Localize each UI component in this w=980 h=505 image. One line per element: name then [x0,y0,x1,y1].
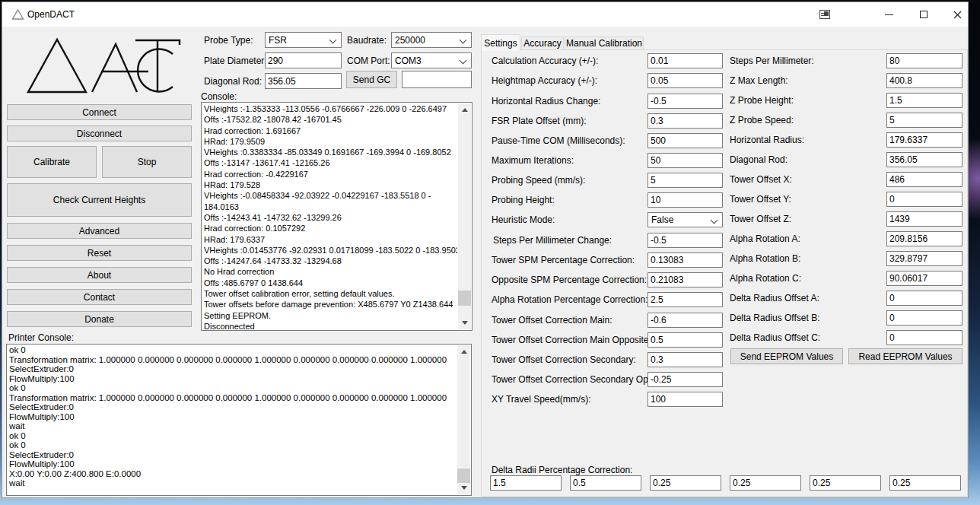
fsr-plate-offset-input[interactable] [648,113,723,129]
delta-radius-offset-c-input[interactable] [886,330,963,345]
steps-per-mm-change-input[interactable] [648,233,723,248]
delta-radii-input-5[interactable] [810,475,881,491]
steps-per-mm-change-label: Steps Per Millimeter Change: [493,235,612,246]
probe-type-label: Probe Type: [204,35,253,46]
xy-travel-speed-input[interactable] [648,392,723,407]
heightmap-accuracy-label: Heightmap Accuracy (+/-): [492,75,597,86]
opposite-spm-correction-input[interactable] [648,272,723,287]
opposite-spm-correction-label: Opposite SPM Percentage Correction: [492,275,647,285]
maximum-iterations-input[interactable] [648,153,723,168]
heuristic-mode-label: Heuristic Mode: [492,214,555,225]
horizontal-radius-input[interactable] [886,132,963,148]
alpha-rotation-correction-input[interactable] [648,292,723,307]
horizontal-radius-change-input[interactable] [648,94,723,109]
contact-button[interactable]: Contact [7,289,192,305]
baudrate-combo[interactable]: 250000 [391,32,472,48]
scroll-down-icon[interactable] [458,316,471,329]
advanced-button[interactable]: Advanced [7,223,192,239]
z-probe-height-input[interactable] [886,93,963,108]
scroll-up-icon[interactable] [458,103,471,116]
heightmap-accuracy-input[interactable] [648,73,723,88]
probing-height-label: Probing Height: [492,195,555,205]
delta-radius-offset-c-label: Delta Radius Offset C: [730,332,820,343]
com-port-value: COM3 [395,56,422,66]
tower-offset-y-input[interactable] [886,192,963,207]
fsr-plate-offset-label: FSR Plate Offset (mm): [492,116,586,126]
tower-offset-correction-secondary-label: Tower Offset Correction Secondary: [492,354,636,365]
alpha-rotation-a-input[interactable] [886,231,963,246]
tower-spm-correction-input[interactable] [648,252,723,268]
maximize-button[interactable] [906,2,940,27]
tower-offset-correction-secondary-opp-input[interactable] [648,372,723,387]
gcode-input[interactable] [402,71,472,88]
diagonal-rod-setting-input[interactable] [886,152,963,167]
delta-radius-offset-b-label: Delta Radius Offset B: [730,313,820,323]
chevron-down-icon [460,57,467,65]
delta-radius-offset-b-input[interactable] [886,310,963,326]
alpha-rotation-c-input[interactable] [886,271,963,286]
probing-speed-input[interactable] [648,173,723,188]
probing-height-input[interactable] [648,192,723,208]
heuristic-mode-value: False [651,214,673,225]
delta-radii-correction-label: Delta Radii Percentage Correction: [492,465,632,475]
baudrate-label: Baudrate: [347,35,387,46]
console-scrollbar[interactable] [458,103,471,329]
xy-travel-speed-label: XY Travel Speed(mm/s): [492,394,591,405]
connect-button[interactable]: Connect [7,104,192,120]
scroll-down-icon[interactable] [457,481,470,494]
calibrate-button[interactable]: Calibrate [7,146,97,178]
heuristic-mode-combo[interactable]: False [648,212,723,227]
delta-radii-input-6[interactable] [889,475,961,491]
titlebar-widget-icon[interactable] [819,10,830,19]
delta-radii-input-2[interactable] [570,475,641,491]
dact-logo [24,36,185,100]
opendact-window: OpenDACT Connect Disconnect Calibrate St… [2,2,969,498]
tower-offset-correction-main-opposite-input[interactable] [648,332,723,348]
tower-offset-correction-secondary-opp-label: Tower Offset Correction Secondary Opp: [492,374,656,385]
donate-button[interactable]: Donate [7,311,192,327]
plate-diameter-input[interactable] [265,52,342,68]
z-max-length-input[interactable] [886,73,963,88]
tower-offset-correction-main-opposite-label: Tower Offset Correction Main Opposite: [492,335,651,345]
about-button[interactable]: About [7,267,192,283]
alpha-rotation-b-input[interactable] [886,251,963,266]
stop-button[interactable]: Stop [102,146,192,178]
disconnect-button[interactable]: Disconnect [7,125,192,141]
tower-offset-z-input[interactable] [886,211,963,227]
calculation-accuracy-input[interactable] [648,53,723,68]
steps-per-millimeter-input[interactable] [886,53,963,68]
probe-type-combo[interactable]: FSR [265,32,342,48]
tower-offset-y-label: Tower Offset Y: [730,194,791,205]
console-text: VHeights :-1.353333 -113.0556 -0.6766667… [204,103,457,329]
printer-console-output[interactable]: ok 0 Transformation matrix: 1.000000 0.0… [6,344,472,496]
reset-button[interactable]: Reset [7,245,192,261]
read-eeprom-values-button[interactable]: Read EEPROM Values [848,348,963,364]
close-button[interactable] [940,2,975,27]
z-probe-speed-input[interactable] [886,113,963,128]
send-eeprom-values-button[interactable]: Send EEPROM Values [730,348,843,364]
maximize-icon [920,11,928,18]
scrollbar-thumb[interactable] [458,291,471,306]
printer-console-label: Printer Console: [8,332,74,343]
send-gc-button[interactable]: Send GC [346,71,397,88]
title-bar[interactable]: OpenDACT [2,2,968,27]
console-output[interactable]: VHeights :-1.353333 -113.0556 -0.6766667… [201,102,473,331]
diagonal-rod-input[interactable] [265,73,342,89]
printer-console-scrollbar[interactable] [457,345,470,494]
horizontal-radius-change-label: Horizontal Radius Change: [492,96,600,106]
delta-radii-input-4[interactable] [730,475,801,491]
tower-offset-correction-secondary-input[interactable] [648,352,723,367]
tab-settings[interactable]: Settings [481,34,520,51]
tower-offset-x-input[interactable] [886,172,963,187]
tower-offset-correction-main-input[interactable] [648,313,723,328]
tab-accuracy[interactable]: Accuracy [521,37,564,50]
delta-radii-input-1[interactable] [490,475,562,491]
com-port-combo[interactable]: COM3 [391,52,472,68]
tab-manual-calibration[interactable]: Manual Calibration [565,37,644,50]
pause-time-com-input[interactable] [648,133,723,148]
scroll-up-icon[interactable] [457,345,470,358]
check-current-heights-button[interactable]: Check Current Heights [7,183,192,217]
delta-radii-input-3[interactable] [650,475,721,491]
delta-radius-offset-a-input[interactable] [886,291,963,306]
minimize-button[interactable] [872,2,906,27]
